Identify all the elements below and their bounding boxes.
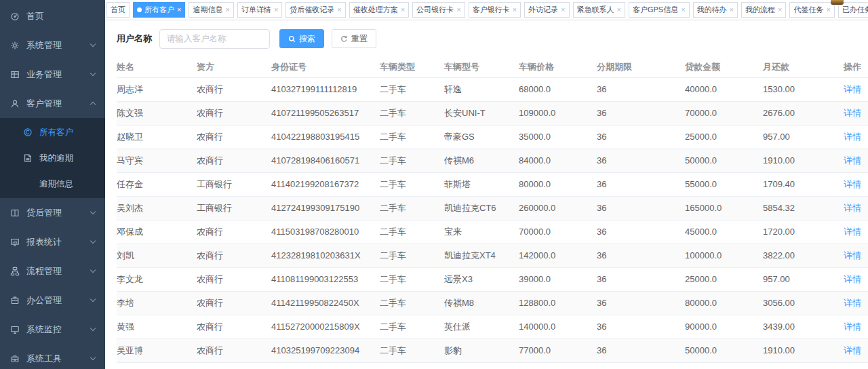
detail-link[interactable]: 详情 <box>844 322 861 332</box>
sidebar-item-system-monitor[interactable]: 系统监控 <box>0 315 105 344</box>
search-button[interactable]: 搜索 <box>279 29 324 48</box>
column-header-monthly-payment: 月还款 <box>763 58 844 77</box>
cell-id-number: 410422198803195415 <box>271 125 380 149</box>
sidebar-item-business-mgmt[interactable]: 业务管理 <box>0 60 105 89</box>
close-icon[interactable]: × <box>177 6 181 14</box>
column-header-funder: 资方 <box>197 58 271 77</box>
tab-紧急联系人[interactable]: 紧急联系人× <box>573 2 625 18</box>
sidebar-item-my-overdue[interactable]: 我的逾期 <box>0 145 105 171</box>
columns-icon <box>9 208 20 218</box>
blank-icon <box>22 178 33 189</box>
column-header-name: 姓名 <box>117 58 197 77</box>
cell-vehicle-price: 35000.0 <box>519 125 597 149</box>
close-icon[interactable]: × <box>826 6 830 14</box>
sidebar-item-postloan-mgmt[interactable]: 贷后管理 <box>0 198 105 227</box>
tab-label: 外访记录 <box>528 5 558 15</box>
detail-link[interactable]: 详情 <box>844 108 861 118</box>
close-icon[interactable]: × <box>401 6 405 14</box>
tab-逾期信息[interactable]: 逾期信息× <box>189 2 233 18</box>
cell-vehicle-model: 传祺M6 <box>444 149 519 172</box>
sidebar-item-home[interactable]: 首页 <box>0 1 105 31</box>
avatar-image[interactable] <box>831 0 844 5</box>
detail-link[interactable]: 详情 <box>844 250 861 260</box>
cell-vehicle-type: 二手车 <box>380 149 444 172</box>
cell-funder: 农商行 <box>197 338 271 362</box>
detail-link[interactable]: 详情 <box>844 84 861 94</box>
detail-link[interactable]: 详情 <box>844 227 861 237</box>
search-form: 用户名称 搜索 重置 <box>117 28 868 49</box>
content-panel: 用户名称 搜索 重置 姓名资方身份证号车辆类型车辆型号车 <box>105 20 868 369</box>
detail-link[interactable]: 详情 <box>844 179 861 189</box>
cell-funder: 农商行 <box>197 362 271 369</box>
cell-vehicle-price: 70000.0 <box>519 220 597 244</box>
sidebar-item-all-customers[interactable]: 所有客户 <box>0 119 105 145</box>
cell-name: 马守宾 <box>117 149 197 172</box>
close-icon[interactable]: × <box>274 6 278 14</box>
tab-客户GPS信息[interactable]: 客户GPS信息× <box>629 2 690 18</box>
tab-催收处理方案[interactable]: 催收处理方案× <box>349 2 409 18</box>
column-header-vehicle-model: 车辆型号 <box>444 58 519 77</box>
detail-link[interactable]: 详情 <box>844 345 861 355</box>
sidebar-item-system-tools[interactable]: 系统工具 <box>0 344 105 369</box>
cell-loan-amount: 50000.0 <box>685 149 763 172</box>
search-input[interactable] <box>159 29 270 49</box>
tab-订单详情[interactable]: 订单详情× <box>237 2 282 18</box>
sidebar-item-report-stats[interactable]: 报表统计 <box>0 227 105 256</box>
reset-button[interactable]: 重置 <box>332 29 376 48</box>
table-row: 刘凯农商行41232819810203631X二手车凯迪拉克XT4142000.… <box>117 244 868 267</box>
detail-link[interactable]: 详情 <box>844 274 861 284</box>
close-icon[interactable]: × <box>513 6 517 14</box>
cell-installment-term: 36 <box>597 125 685 149</box>
tab-label: 催收处理方案 <box>353 5 398 15</box>
sidebar-item-label: 系统工具 <box>26 353 91 365</box>
tab-代签任务[interactable]: 代签任务× <box>789 2 834 18</box>
detail-link[interactable]: 详情 <box>844 298 861 308</box>
detail-link[interactable]: 详情 <box>844 132 861 142</box>
cell-name: 李培 <box>117 291 197 315</box>
close-icon[interactable]: × <box>730 6 734 14</box>
cell-funder: 农商行 <box>197 101 271 125</box>
close-icon[interactable]: × <box>778 6 782 14</box>
cell-name: 赵晓卫 <box>117 125 197 149</box>
tab-公司银行卡[interactable]: 公司银行卡× <box>412 2 465 18</box>
sidebar-item-label: 办公管理 <box>26 294 91 307</box>
submenu-customer-mgmt: 所有客户我的逾期逾期信息 <box>0 118 105 198</box>
tab-外访记录[interactable]: 外访记录× <box>524 2 569 18</box>
tab-客户银行卡[interactable]: 客户银行卡× <box>469 2 521 18</box>
close-icon[interactable]: × <box>617 6 621 14</box>
sidebar-item-label: 逾期信息 <box>39 178 98 190</box>
detail-link[interactable]: 详情 <box>844 155 861 166</box>
sidebar-item-label: 报表统计 <box>26 236 91 248</box>
chevron-down-icon <box>90 267 96 273</box>
cell-vehicle-model: 传祺M8 <box>444 291 519 315</box>
tab-我的流程[interactable]: 我的流程× <box>741 2 786 18</box>
cell-vehicle-model: 英仕派 <box>444 315 519 338</box>
cell-name: 王某某 <box>117 362 197 369</box>
cell-id-number: 41152720000215809X <box>271 315 380 338</box>
tab-所有客户[interactable]: 所有客户× <box>133 2 185 18</box>
sidebar-item-system-mgmt[interactable]: 系统管理 <box>0 31 105 60</box>
table-row: 陈文强农商行410721199505263517二手车长安UNI-T109000… <box>117 101 868 125</box>
close-icon[interactable]: × <box>337 6 341 14</box>
sidebar-item-office-mgmt[interactable]: 办公管理 <box>0 286 105 315</box>
tab-首页[interactable]: 首页 <box>106 2 130 18</box>
cell-actions: 详情 <box>844 220 868 244</box>
sidebar-item-process-mgmt[interactable]: 流程管理 <box>0 256 105 286</box>
close-icon[interactable]: × <box>561 6 565 14</box>
cell-monthly-payment: 3056.00 <box>763 291 844 315</box>
table-row: 吴亚博农商行410325199709223094二手车影豹77000.03650… <box>117 338 868 362</box>
close-icon[interactable]: × <box>225 6 229 14</box>
detail-link[interactable]: 详情 <box>844 203 861 213</box>
sidebar-item-overdue-info[interactable]: 逾期信息 <box>0 171 105 197</box>
tab-label: 已办任务 <box>842 5 868 15</box>
cell-monthly-payment: 1530.00 <box>763 77 844 101</box>
tab-贷后催收记录[interactable]: 贷后催收记录× <box>285 2 345 18</box>
tab-我的待办[interactable]: 我的待办× <box>693 2 738 18</box>
cell-actions: 详情 <box>844 244 868 267</box>
close-icon[interactable]: × <box>456 6 460 14</box>
close-icon[interactable]: × <box>681 6 685 14</box>
sidebar-item-label: 系统监控 <box>26 324 91 336</box>
cell-loan-amount: 40000.0 <box>685 77 763 101</box>
sidebar-item-customer-mgmt[interactable]: 客户管理 <box>0 89 105 118</box>
cell-vehicle-model: 帝豪GS <box>444 125 519 149</box>
